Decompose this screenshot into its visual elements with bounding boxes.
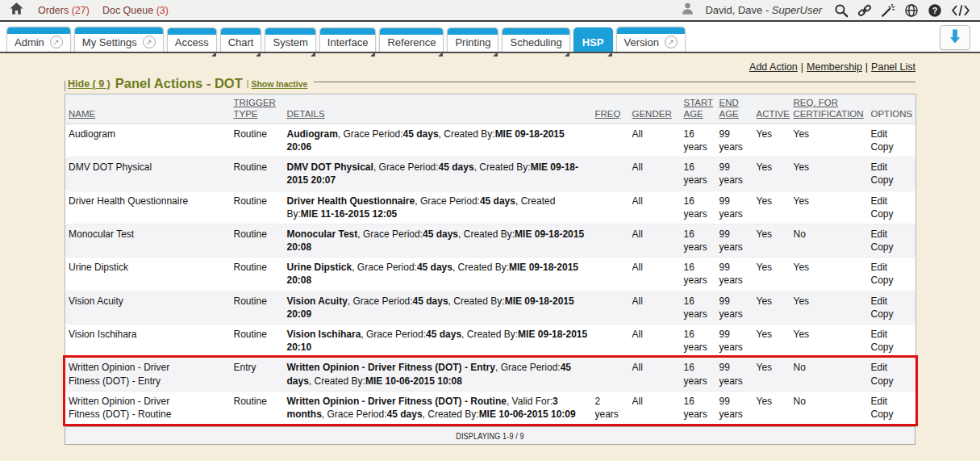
tab-accent-strip <box>320 28 376 35</box>
cell-active: Yes <box>753 391 790 424</box>
tab-label: System <box>273 36 307 48</box>
tab-version[interactable]: Version↗ <box>616 27 686 52</box>
globe-icon[interactable] <box>904 3 919 18</box>
cell-end-age: 99 years <box>716 124 753 157</box>
edit-link[interactable]: Edit <box>871 328 913 341</box>
copy-link[interactable]: Copy <box>871 140 913 153</box>
tab-my-settings[interactable]: My Settings↗ <box>74 27 164 52</box>
column-header-freq[interactable]: FREQ <box>592 94 629 124</box>
topbar-right: David, Dave - SuperUser ? <box>681 2 970 19</box>
edit-link[interactable]: Edit <box>871 395 913 408</box>
cell-end-age: 99 years <box>716 157 753 191</box>
panel-actions-table: NAMETRIGGER TYPEDETAILSFREQGENDERSTART A… <box>65 94 916 425</box>
cell-freq <box>592 358 629 391</box>
home-icon <box>10 2 23 19</box>
tab-scheduling[interactable]: Scheduling <box>502 27 569 52</box>
show-inactive-link[interactable]: Show Inactive <box>251 79 307 89</box>
cell-freq <box>592 124 629 157</box>
table-row-urine-dipstick: Urine DipstickRoutineUrine Dipstick, Gra… <box>65 258 916 291</box>
edit-link[interactable]: Edit <box>871 361 913 374</box>
wand-icon[interactable] <box>881 3 895 18</box>
cell-start-age: 16 years <box>681 224 716 257</box>
cell-trigger-type: Routine <box>231 258 284 291</box>
panel-list-link[interactable]: Panel List <box>871 61 915 73</box>
fieldset-rule <box>314 82 915 82</box>
cell-trigger-type: Routine <box>231 157 284 191</box>
copy-link[interactable]: Copy <box>871 341 913 354</box>
nav-orders[interactable]: Orders (27) <box>38 5 90 16</box>
table-row-written-opinion-driver-fitness-dot-entry: Written Opinion - Driver Fitness (DOT) -… <box>65 358 916 391</box>
table-row-vision-acuity: Vision AcuityRoutineVision Acuity, Grace… <box>65 291 916 324</box>
doc-queue-count: (3) <box>156 5 169 16</box>
cell-gender: All <box>629 157 681 191</box>
link-icon[interactable] <box>857 3 872 18</box>
copy-link[interactable]: Copy <box>871 207 913 220</box>
column-header-label: NAME <box>69 109 95 119</box>
cell-req-for-certification: Yes <box>790 124 868 157</box>
cell-active: Yes <box>753 191 790 224</box>
column-header-active[interactable]: ACTIVE <box>753 94 790 124</box>
cell-freq <box>592 325 629 358</box>
help-icon[interactable]: ? <box>928 3 942 18</box>
column-header-label: FREQ <box>595 109 621 119</box>
column-header-end-age[interactable]: END AGE <box>716 94 753 124</box>
code-icon[interactable] <box>951 3 970 18</box>
tab-system[interactable]: System <box>265 27 315 52</box>
cell-end-age: 99 years <box>716 191 753 224</box>
hide-panel-link[interactable]: Hide ( 9 ) <box>68 78 111 90</box>
copy-link[interactable]: Copy <box>871 241 913 254</box>
column-header-gender[interactable]: GENDER <box>629 94 681 124</box>
cell-end-age: 99 years <box>716 325 753 358</box>
doc-queue-label: Doc Queue <box>102 5 153 16</box>
tab-body: Access <box>168 35 216 52</box>
cell-active: Yes <box>753 124 790 157</box>
tab-accent-strip <box>7 27 70 34</box>
home-button[interactable] <box>10 2 23 19</box>
cell-options: EditCopy <box>868 291 916 324</box>
copy-link[interactable]: Copy <box>871 174 913 186</box>
tab-interface[interactable]: Interface <box>319 27 377 52</box>
title-separator: | <box>247 79 249 88</box>
column-header-trigger-type[interactable]: TRIGGER TYPE <box>231 94 284 124</box>
cell-details: Vision Ischihara, Grace Period:45 days, … <box>284 325 592 358</box>
copy-link[interactable]: Copy <box>871 375 913 388</box>
cell-end-age: 99 years <box>716 291 753 324</box>
add-action-link[interactable]: Add Action <box>749 61 798 73</box>
tab-reference[interactable]: Reference <box>379 27 444 52</box>
cell-start-age: 16 years <box>681 258 716 291</box>
cell-name: Written Opinion - Driver Fitness (DOT) -… <box>65 391 231 424</box>
copy-link[interactable]: Copy <box>871 408 913 421</box>
edit-link[interactable]: Edit <box>871 161 913 174</box>
copy-link[interactable]: Copy <box>871 308 913 321</box>
orders-label: Orders <box>38 5 69 16</box>
edit-link[interactable]: Edit <box>871 128 913 140</box>
edit-link[interactable]: Edit <box>871 261 913 274</box>
page-title: Panel Actions - DOT <box>115 76 243 91</box>
tab-printing[interactable]: Printing <box>447 27 498 52</box>
column-header-name[interactable]: NAME <box>65 94 231 124</box>
edit-link[interactable]: Edit <box>871 295 913 308</box>
table-row-written-opinion-driver-fitness-dot-routine: Written Opinion - Driver Fitness (DOT) -… <box>65 391 916 424</box>
cell-start-age: 16 years <box>681 291 716 324</box>
membership-link[interactable]: Membership <box>807 61 862 73</box>
tab-admin[interactable]: Admin↗ <box>6 27 71 52</box>
cell-gender: All <box>629 291 681 324</box>
edit-link[interactable]: Edit <box>871 228 913 241</box>
edit-link[interactable]: Edit <box>871 195 913 207</box>
cell-options: EditCopy <box>868 157 916 191</box>
column-header-label: GENDER <box>632 109 672 119</box>
column-header-details[interactable]: DETAILS <box>284 94 592 124</box>
tab-access[interactable]: Access <box>167 27 217 52</box>
nav-doc-queue[interactable]: Doc Queue (3) <box>102 5 169 16</box>
column-header-start-age[interactable]: START AGE <box>681 94 716 124</box>
tab-body: Printing <box>448 35 498 52</box>
tab-label: Printing <box>455 36 490 48</box>
cell-details: Driver Health Questionnaire, Grace Perio… <box>284 191 592 224</box>
tab-chart[interactable]: Chart <box>220 27 262 52</box>
search-icon[interactable] <box>834 3 849 18</box>
tab-hsp[interactable]: HSP <box>573 27 613 52</box>
copy-link[interactable]: Copy <box>871 274 913 287</box>
tab-scroll-down-button[interactable] <box>940 25 970 50</box>
column-header-req-for-certification[interactable]: REQ. FOR CERTIFICATION <box>790 94 868 124</box>
tab-accent-strip <box>574 28 612 35</box>
